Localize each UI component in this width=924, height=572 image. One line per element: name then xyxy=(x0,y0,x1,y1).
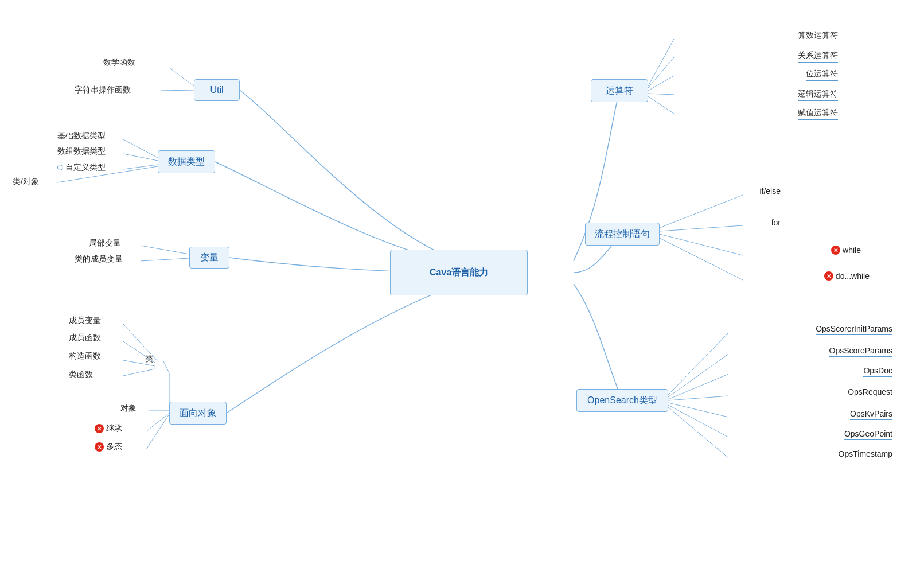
oop-label: 面向对象 xyxy=(180,407,216,419)
flow-leaf-while: ✕ while xyxy=(831,246,861,255)
op-leaf-bit: 位运算符 xyxy=(806,69,838,81)
datatype-leaf-class-obj: 类/对象 xyxy=(13,177,39,187)
flow-node: 流程控制语句 xyxy=(585,223,660,246)
os-leaf-4: OpsKvPairs xyxy=(850,409,892,420)
class-leaf-constructor: 构造函数 xyxy=(69,351,101,361)
operator-node: 运算符 xyxy=(591,79,648,102)
variable-leaf-member: 类的成员变量 xyxy=(75,254,123,264)
datatype-leaf-array: 数组数据类型 xyxy=(57,146,106,157)
svg-line-29 xyxy=(668,396,728,400)
svg-line-27 xyxy=(668,354,728,397)
svg-line-20 xyxy=(648,94,674,95)
svg-line-4 xyxy=(123,165,158,169)
op-leaf-arith: 算数运算符 xyxy=(798,30,838,42)
flow-leaf-for: for xyxy=(771,218,781,227)
svg-line-3 xyxy=(123,154,158,161)
center-label: Cava语言能力 xyxy=(430,267,488,279)
svg-line-28 xyxy=(668,374,728,399)
svg-line-7 xyxy=(141,258,189,261)
svg-line-22 xyxy=(660,195,743,228)
x-icon: ✕ xyxy=(95,424,104,433)
os-leaf-0: OpsScorerInitParams xyxy=(816,324,892,335)
svg-line-19 xyxy=(648,76,674,91)
os-leaf-2: OpsDoc xyxy=(863,366,892,377)
dot-icon xyxy=(57,165,63,170)
svg-line-23 xyxy=(660,225,743,231)
flow-leaf-dowhile: ✕ do...while xyxy=(824,271,870,281)
op-leaf-assign: 赋值运算符 xyxy=(798,108,838,120)
class-leaf-member-var: 成员变量 xyxy=(69,316,101,326)
variable-node: 变量 xyxy=(189,247,229,269)
svg-line-9 xyxy=(163,361,169,373)
svg-line-16 xyxy=(123,369,155,376)
util-node: Util xyxy=(194,79,240,101)
opensearch-node: OpenSearch类型 xyxy=(576,389,668,412)
datatype-label: 数据类型 xyxy=(168,156,205,168)
opensearch-label: OpenSearch类型 xyxy=(587,395,657,407)
svg-line-30 xyxy=(668,403,728,417)
util-label: Util xyxy=(210,85,223,95)
variable-leaf-local: 局部变量 xyxy=(89,238,121,248)
svg-line-32 xyxy=(668,407,728,458)
oop-node: 面向对象 xyxy=(169,402,227,425)
class-leaf-member-func: 成员函数 xyxy=(69,333,101,343)
center-node: Cava语言能力 xyxy=(390,250,528,295)
svg-line-26 xyxy=(668,333,728,395)
os-leaf-5: OpsGeoPoint xyxy=(844,429,892,440)
svg-line-25 xyxy=(660,238,743,280)
os-leaf-6: OpsTimestamp xyxy=(839,449,892,460)
flow-label: 流程控制语句 xyxy=(595,228,650,240)
svg-line-18 xyxy=(648,57,674,88)
util-leaf-string: 字符串操作函数 xyxy=(75,85,131,95)
svg-line-31 xyxy=(668,405,728,437)
x-icon-while: ✕ xyxy=(831,246,840,255)
svg-line-2 xyxy=(123,139,158,158)
class-leaf-class-func: 类函数 xyxy=(69,369,93,380)
svg-line-24 xyxy=(660,234,743,255)
flow-leaf-if: if/else xyxy=(759,186,781,196)
svg-line-1 xyxy=(161,90,194,91)
util-leaf-math: 数学函数 xyxy=(103,57,135,68)
class-sub-node: 类 xyxy=(145,354,153,364)
svg-line-17 xyxy=(648,39,674,86)
os-leaf-1: OpsScoreParams xyxy=(829,346,892,357)
svg-line-21 xyxy=(648,96,674,114)
os-leaf-3: OpsRequest xyxy=(848,387,892,398)
svg-line-0 xyxy=(169,68,194,86)
polymorphism-sub-node: ✕ 多态 xyxy=(95,442,122,452)
inherit-sub-node: ✕ 继承 xyxy=(95,423,122,434)
object-sub-node: 对象 xyxy=(120,403,137,414)
x-icon-2: ✕ xyxy=(95,442,104,452)
op-leaf-relation: 关系运算符 xyxy=(798,50,838,63)
svg-line-11 xyxy=(146,413,169,431)
datatype-leaf-basic: 基础数据类型 xyxy=(57,131,106,141)
svg-line-12 xyxy=(146,414,169,449)
operator-label: 运算符 xyxy=(606,85,633,97)
x-icon-dowhile: ✕ xyxy=(824,271,833,281)
op-leaf-logic: 逻辑运算符 xyxy=(798,89,838,101)
datatype-node: 数据类型 xyxy=(158,150,215,173)
datatype-leaf-custom: 自定义类型 xyxy=(57,162,106,173)
svg-line-6 xyxy=(141,246,189,254)
variable-label: 变量 xyxy=(200,252,219,264)
